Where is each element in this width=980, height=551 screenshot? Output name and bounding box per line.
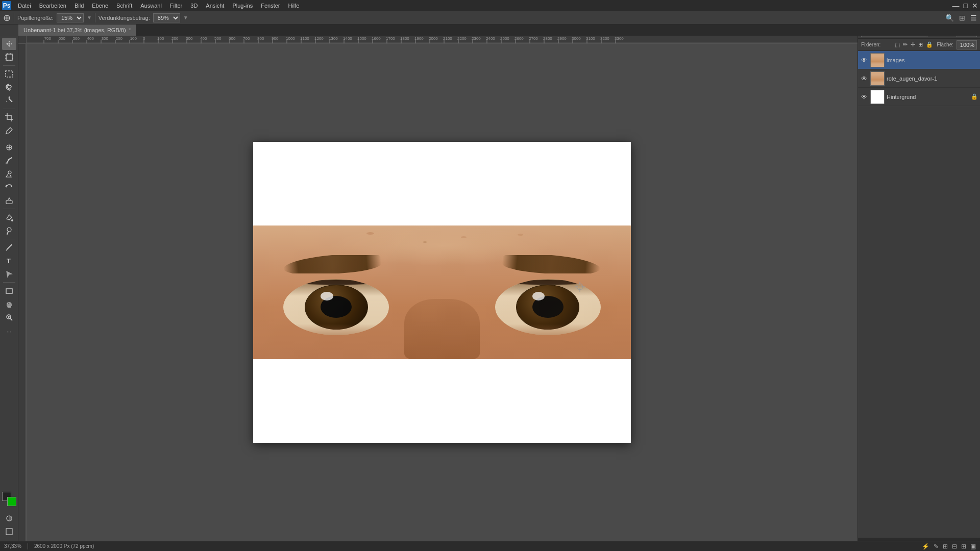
- quick-mask-tool[interactable]: [2, 512, 16, 524]
- svg-line-101: [6, 133, 7, 134]
- layer-hintergrund[interactable]: 👁 Hintergrund 🔒: [858, 88, 980, 106]
- status-icon-4[interactable]: ⊟: [952, 543, 957, 550]
- tool-icon[interactable]: ⊕: [3, 12, 11, 23]
- menu-hilfe[interactable]: Hilfe: [284, 2, 303, 10]
- svg-text:2000: 2000: [429, 36, 438, 41]
- fill-input[interactable]: [957, 40, 977, 49]
- extra-tools[interactable]: ···: [2, 325, 16, 338]
- svg-text:T: T: [7, 257, 11, 265]
- canvas-bottom-white: [253, 359, 631, 443]
- zoom-level: 37,33%: [4, 543, 21, 549]
- eye-background: [253, 226, 631, 359]
- menu-auswahl[interactable]: Auswahl: [137, 2, 165, 10]
- lasso-tool[interactable]: [2, 81, 16, 93]
- layer-images[interactable]: 👁 images: [858, 51, 980, 69]
- maximize-button[interactable]: □: [964, 2, 968, 10]
- close-button[interactable]: ✕: [972, 2, 978, 10]
- status-icon-1[interactable]: ⚡: [922, 543, 929, 550]
- path-selection-tool[interactable]: [2, 268, 16, 280]
- menu-datei[interactable]: Datei: [14, 2, 35, 10]
- pen-tool[interactable]: [2, 241, 16, 254]
- tool-size-select[interactable]: 15% 20% 35%: [57, 13, 84, 22]
- tab-title: Unbenannt-1 bei 37,3% (images, RGB/8): [23, 27, 126, 33]
- ruler-vertical: [18, 36, 27, 541]
- artboard-tool[interactable]: [2, 51, 16, 63]
- svg-text:-400: -400: [86, 36, 94, 41]
- clone-stamp-tool[interactable]: [2, 168, 16, 180]
- arrange-icon[interactable]: ⊞: [959, 14, 965, 22]
- layer-hintergrund-lock-icon: 🔒: [971, 93, 978, 100]
- fill-row: Fixieren: ⬚ ✏ ✛ ⊞ 🔒 Fläche:: [858, 39, 980, 51]
- lock-position-btn[interactable]: ✛: [911, 41, 915, 48]
- lock-artboard-btn[interactable]: ⊞: [918, 41, 923, 48]
- hand-tool[interactable]: [2, 298, 16, 310]
- type-tool[interactable]: T: [2, 255, 16, 267]
- verdunklungsbetrag-select[interactable]: 89%: [153, 13, 180, 22]
- layer-rote-augen[interactable]: 👁 rote_augen_davor-1: [858, 69, 980, 88]
- eyebrow-right: [502, 255, 600, 274]
- lock-all-btn[interactable]: 🔒: [926, 41, 933, 48]
- eyedropper-tool[interactable]: [2, 124, 16, 137]
- menu-bearbeiten[interactable]: Bearbeiten: [36, 2, 70, 10]
- status-icon-2[interactable]: ✎: [934, 543, 939, 550]
- layer-hintergrund-name: Hintergrund: [887, 94, 969, 100]
- svg-text:1000: 1000: [286, 36, 295, 41]
- right-panel: Ebenen Kanäle Pfade 3D 🔍 ☰ ✏ + T fx ◉ No…: [857, 0, 980, 551]
- dropdown-icon: ▼: [87, 15, 92, 20]
- eye-left: [283, 279, 389, 335]
- svg-text:-500: -500: [71, 36, 80, 41]
- svg-text:-300: -300: [100, 36, 109, 41]
- svg-text:2800: 2800: [543, 36, 552, 41]
- svg-text:200: 200: [172, 36, 179, 41]
- eraser-tool[interactable]: [2, 194, 16, 207]
- layer-rote-augen-thumb: [870, 71, 885, 86]
- svg-text:3000: 3000: [572, 36, 581, 41]
- status-icon-5[interactable]: ⊞: [961, 543, 966, 550]
- document-tab[interactable]: Unbenannt-1 bei 37,3% (images, RGB/8) *: [18, 24, 136, 36]
- status-icon-6[interactable]: ▣: [970, 543, 976, 550]
- svg-point-106: [8, 171, 11, 174]
- screen-mode-tool[interactable]: [2, 525, 16, 538]
- svg-text:100: 100: [157, 36, 164, 41]
- zoom-tool[interactable]: [2, 311, 16, 323]
- svg-text:1300: 1300: [329, 36, 338, 41]
- history-brush-tool[interactable]: [2, 181, 16, 193]
- ruler-horizontal: -700 -600 -500 -400 -300 -200 -100 0 100…: [18, 36, 857, 44]
- healing-tool[interactable]: [2, 141, 16, 154]
- move-tool[interactable]: [2, 38, 16, 50]
- options-bar: ⊕ Pupillengröße: 15% 20% 35% ▼ Verdunklu…: [0, 11, 980, 24]
- search-top-icon[interactable]: 🔍: [945, 14, 954, 22]
- app-logo: Ps: [2, 1, 11, 10]
- menu-filter[interactable]: Filter: [166, 2, 186, 10]
- svg-rect-107: [6, 201, 12, 204]
- svg-text:1400: 1400: [343, 36, 352, 41]
- workspace-icon[interactable]: ☰: [970, 14, 977, 22]
- menu-plugins[interactable]: Plug-ins: [229, 2, 256, 10]
- menu-ansicht[interactable]: Ansicht: [202, 2, 228, 10]
- menu-bild[interactable]: Bild: [71, 2, 87, 10]
- lock-transparent-btn[interactable]: ⬚: [895, 41, 900, 48]
- svg-text:2500: 2500: [500, 36, 509, 41]
- lock-image-btn[interactable]: ✏: [903, 41, 908, 48]
- background-color[interactable]: [7, 497, 16, 506]
- layer-rote-augen-visibility[interactable]: 👁: [860, 74, 868, 83]
- svg-text:1500: 1500: [357, 36, 366, 41]
- brush-tool[interactable]: [2, 155, 16, 167]
- layer-images-visibility[interactable]: 👁: [860, 56, 868, 64]
- dodge-tool[interactable]: [2, 224, 16, 237]
- svg-rect-87: [6, 54, 12, 60]
- menu-ebene[interactable]: Ebene: [88, 2, 112, 10]
- menu-schrift[interactable]: Schrift: [113, 2, 136, 10]
- document-canvas[interactable]: [253, 142, 631, 443]
- tab-close-button[interactable]: *: [129, 28, 131, 33]
- menu-3d[interactable]: 3D: [187, 2, 201, 10]
- menu-fenster[interactable]: Fenster: [257, 2, 283, 10]
- magic-wand-tool[interactable]: [2, 94, 16, 107]
- status-icon-3[interactable]: ⊞: [943, 543, 948, 550]
- layer-hintergrund-visibility[interactable]: 👁: [860, 93, 868, 101]
- minimize-button[interactable]: —: [952, 2, 960, 10]
- paint-bucket-tool[interactable]: [2, 211, 16, 223]
- crop-tool[interactable]: [2, 111, 16, 123]
- rectangle-tool[interactable]: [2, 285, 16, 297]
- marquee-tool[interactable]: [2, 68, 16, 80]
